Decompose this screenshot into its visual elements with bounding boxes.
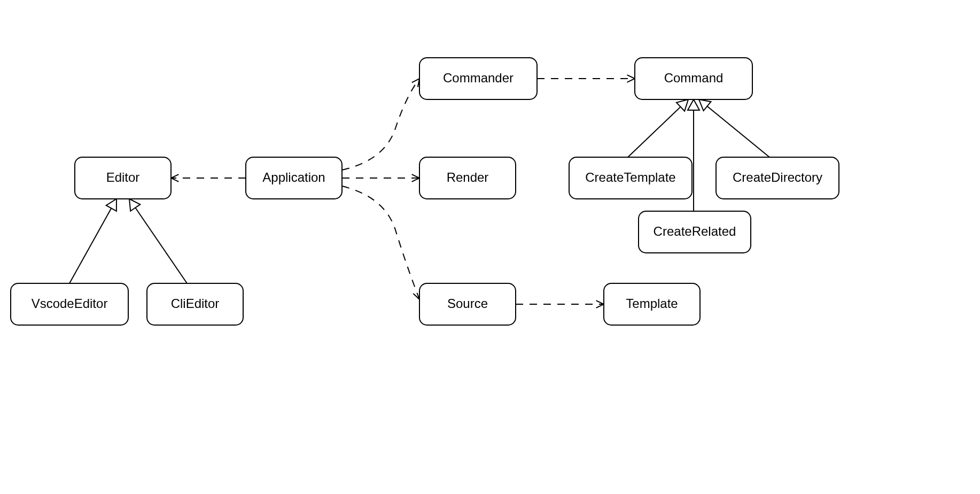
- arrow-open-icon: [412, 79, 419, 87]
- node-label-command: Command: [664, 71, 724, 85]
- node-createDirectory: CreateDirectory: [716, 157, 839, 199]
- node-label-template: Template: [626, 296, 678, 311]
- edge-source-to-template: [516, 300, 604, 308]
- node-label-render: Render: [447, 170, 489, 184]
- node-cliEditor: CliEditor: [147, 283, 243, 325]
- edge-vscodeEditor-to-editor: [69, 199, 116, 283]
- node-label-createTemplate: CreateTemplate: [585, 170, 675, 184]
- edge-createTemplate-to-command: [628, 99, 688, 157]
- edge-application-to-source: [342, 186, 420, 299]
- node-createTemplate: CreateTemplate: [569, 157, 692, 199]
- node-source: Source: [419, 283, 516, 325]
- node-label-source: Source: [447, 296, 488, 311]
- node-template: Template: [604, 283, 700, 325]
- node-createRelated: CreateRelated: [639, 211, 751, 253]
- node-label-application: Application: [262, 170, 325, 184]
- nodes-layer: EditorVscodeEditorCliEditorApplicationCo…: [11, 58, 839, 325]
- node-label-vscodeEditor: VscodeEditor: [32, 296, 108, 311]
- node-label-createDirectory: CreateDirectory: [733, 170, 822, 184]
- arrow-open-icon: [627, 75, 635, 82]
- node-command: Command: [635, 58, 752, 99]
- node-label-editor: Editor: [106, 170, 140, 184]
- arrow-hollow-icon: [699, 99, 711, 111]
- node-label-cliEditor: CliEditor: [171, 296, 220, 311]
- edge-application-to-editor: [171, 174, 246, 182]
- edge-application-to-commander: [342, 79, 419, 170]
- node-label-commander: Commander: [443, 71, 514, 85]
- class-diagram: EditorVscodeEditorCliEditorApplicationCo…: [0, 0, 980, 494]
- arrow-hollow-icon: [129, 199, 140, 211]
- node-render: Render: [419, 157, 516, 199]
- edge-createDirectory-to-command: [699, 99, 769, 157]
- edge-cliEditor-to-editor: [129, 199, 187, 283]
- node-label-createRelated: CreateRelated: [654, 224, 736, 238]
- node-commander: Commander: [419, 58, 537, 99]
- node-vscodeEditor: VscodeEditor: [11, 283, 128, 325]
- node-application: Application: [246, 157, 342, 199]
- node-editor: Editor: [75, 157, 171, 199]
- arrow-hollow-icon: [688, 99, 699, 110]
- edge-commander-to-command: [537, 75, 635, 82]
- edge-application-to-render: [342, 174, 419, 182]
